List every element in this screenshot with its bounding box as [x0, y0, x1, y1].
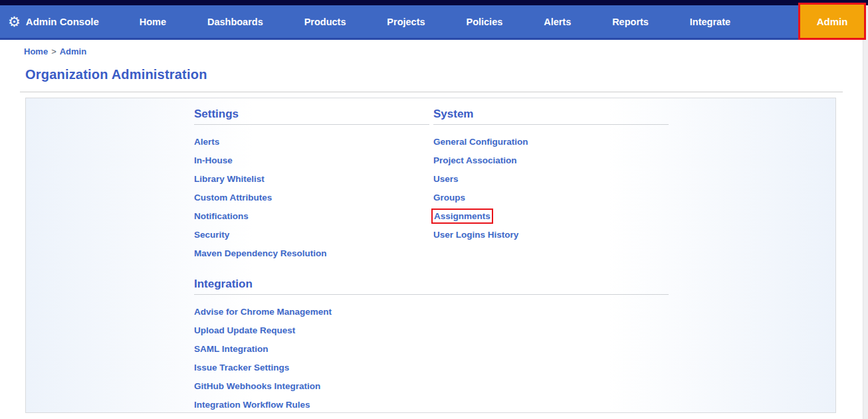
- link-groups[interactable]: Groups: [433, 189, 669, 207]
- top-navbar: ⚙ Admin Console HomeDashboardsProductsPr…: [0, 0, 868, 40]
- link-upload-update-request[interactable]: Upload Update Request: [194, 321, 669, 340]
- link-label: General Configuration: [433, 135, 528, 148]
- nav-links: HomeDashboardsProductsProjectsPoliciesAl…: [99, 17, 868, 27]
- breadcrumb-separator: >: [51, 46, 56, 56]
- link-label: User Logins History: [433, 228, 518, 241]
- page-title: Organization Administration: [25, 67, 868, 82]
- link-label: Advise for Chrome Management: [194, 305, 332, 318]
- nav-item-alerts[interactable]: Alerts: [544, 17, 571, 27]
- settings-link-list: AlertsIn-HouseLibrary WhitelistCustom At…: [194, 133, 429, 263]
- link-label: Integration Workflow Rules: [194, 398, 310, 411]
- link-label: Groups: [433, 191, 465, 204]
- nav-item-products[interactable]: Products: [304, 17, 346, 27]
- link-label: Notifications: [194, 210, 249, 222]
- link-label: Maven Dependency Resolution: [194, 247, 327, 260]
- link-advise-for-chrome-management[interactable]: Advise for Chrome Management: [194, 303, 669, 321]
- nav-item-integrate[interactable]: Integrate: [690, 17, 730, 27]
- link-label: Users: [433, 173, 459, 185]
- nav-item-dashboards[interactable]: Dashboards: [207, 17, 263, 27]
- nav-item-admin[interactable]: Admin: [800, 5, 864, 38]
- link-saml-integration[interactable]: SAML Integration: [194, 340, 669, 359]
- brand-label: Admin Console: [26, 16, 99, 27]
- title-divider: [20, 92, 843, 92]
- link-label: GitHub Webhooks Integration: [194, 380, 320, 392]
- admin-sections-panel: Settings AlertsIn-HouseLibrary Whitelist…: [25, 98, 836, 413]
- section-system: System General ConfigurationProject Asso…: [433, 108, 669, 263]
- link-library-whitelist[interactable]: Library Whitelist: [194, 170, 429, 189]
- link-label: Alerts: [194, 135, 219, 148]
- link-alerts[interactable]: Alerts: [194, 133, 429, 151]
- nav-item-reports[interactable]: Reports: [612, 17, 649, 27]
- link-label: Upload Update Request: [194, 324, 295, 337]
- link-custom-attributes[interactable]: Custom Attributes: [194, 189, 429, 207]
- link-label: Custom Attributes: [194, 191, 272, 204]
- system-link-list: General ConfigurationProject Association…: [433, 133, 669, 244]
- vertical-scrollbar[interactable]: [863, 5, 868, 419]
- link-label: SAML Integration: [194, 343, 269, 355]
- link-issue-tracker-settings[interactable]: Issue Tracker Settings: [194, 359, 669, 377]
- link-assignments[interactable]: Assignments: [433, 207, 669, 226]
- section-settings-title: Settings: [194, 108, 429, 125]
- link-in-house[interactable]: In-House: [194, 151, 429, 170]
- link-user-logins-history[interactable]: User Logins History: [433, 226, 669, 244]
- section-settings: Settings AlertsIn-HouseLibrary Whitelist…: [194, 108, 429, 263]
- brand[interactable]: ⚙ Admin Console: [0, 15, 99, 29]
- link-github-webhooks-integration[interactable]: GitHub Webhooks Integration: [194, 377, 669, 396]
- link-general-configuration[interactable]: General Configuration: [433, 133, 669, 151]
- breadcrumb: Home>Admin: [0, 40, 868, 56]
- nav-item-home[interactable]: Home: [140, 17, 166, 27]
- integration-link-list: Advise for Chrome ManagementUpload Updat…: [194, 303, 669, 414]
- link-notifications[interactable]: Notifications: [194, 207, 429, 226]
- link-security[interactable]: Security: [194, 226, 429, 244]
- navbar: ⚙ Admin Console HomeDashboardsProductsPr…: [0, 5, 868, 40]
- link-integration-workflow-rules[interactable]: Integration Workflow Rules: [194, 396, 669, 414]
- breadcrumb-link-home[interactable]: Home: [24, 46, 48, 56]
- section-integration: Integration Advise for Chrome Management…: [194, 278, 669, 414]
- link-label: Project Association: [433, 154, 517, 167]
- link-label: In-House: [194, 154, 233, 167]
- link-maven-dependency-resolution[interactable]: Maven Dependency Resolution: [194, 244, 429, 263]
- nav-item-policies[interactable]: Policies: [466, 17, 502, 27]
- gear-icon: ⚙: [8, 15, 21, 29]
- link-label: Security: [194, 228, 229, 241]
- section-integration-title: Integration: [194, 278, 669, 295]
- nav-item-projects[interactable]: Projects: [387, 17, 425, 27]
- annotation-box-admin: Admin: [798, 3, 866, 40]
- link-users[interactable]: Users: [433, 170, 669, 189]
- link-project-association[interactable]: Project Association: [433, 151, 669, 170]
- annotation-box-assignments: Assignments: [431, 209, 493, 224]
- breadcrumb-link-admin[interactable]: Admin: [60, 46, 86, 56]
- link-label: Issue Tracker Settings: [194, 361, 289, 374]
- top-strip: [0, 0, 868, 5]
- section-system-title: System: [433, 108, 669, 125]
- link-label: Library Whitelist: [194, 173, 265, 185]
